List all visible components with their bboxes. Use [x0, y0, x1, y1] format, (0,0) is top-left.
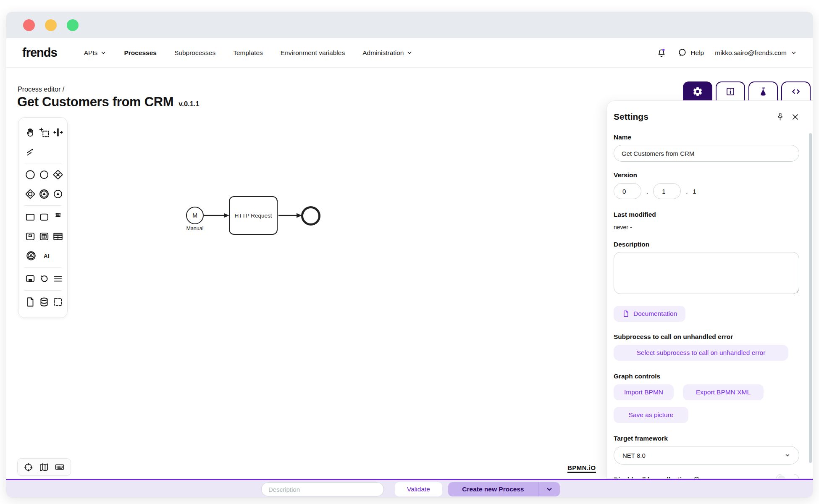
window-titlebar	[6, 12, 813, 38]
space-tool-icon[interactable]	[52, 126, 63, 139]
exclusive-gateway-icon[interactable]	[52, 168, 63, 181]
chevron-down-icon	[791, 50, 797, 56]
hand-tool-icon[interactable]	[25, 126, 36, 139]
start-event-label: Manual	[180, 226, 210, 231]
cutoff-setting-label: Disable all log collection	[614, 476, 690, 479]
app-window: frends APIs Processes Subprocesses Templ…	[6, 12, 813, 498]
file-icon[interactable]	[25, 296, 36, 308]
chat-bubble-icon	[677, 48, 687, 58]
http-request-task-node[interactable]: HTTP Request	[229, 196, 278, 235]
description-textarea[interactable]	[614, 252, 799, 294]
keyboard-shortcuts-icon[interactable]	[55, 462, 65, 472]
user-menu[interactable]: mikko.sairo@frends.com	[715, 49, 797, 57]
process-name-input[interactable]	[614, 145, 799, 162]
chevron-down-icon	[546, 486, 553, 493]
sequence-flow-arrow[interactable]	[278, 212, 303, 219]
flask-icon	[758, 87, 768, 97]
minimap-icon[interactable]	[39, 462, 49, 472]
version-label: Version	[614, 171, 799, 179]
version-patch: 1	[693, 188, 696, 195]
description-label: Description	[614, 241, 799, 248]
start-event-node[interactable]: M	[186, 207, 204, 224]
loop-icon[interactable]	[39, 273, 50, 285]
call-activity-icon[interactable]	[39, 211, 50, 223]
export-bpmn-button[interactable]: Export BPMN XML	[683, 384, 764, 400]
maximize-window-button[interactable]	[67, 19, 79, 31]
tab-info[interactable]	[716, 81, 745, 100]
frends-logo[interactable]: frends	[22, 46, 57, 60]
close-icon[interactable]	[791, 113, 799, 121]
ai-task-icon[interactable]: AI	[40, 249, 53, 262]
save-as-picture-button[interactable]: Save as picture	[614, 407, 688, 423]
documentation-button[interactable]: Documentation	[614, 306, 685, 322]
script-task-icon[interactable]	[25, 230, 36, 243]
bpmn-palette: AI	[18, 117, 68, 318]
start-event-icon[interactable]	[25, 168, 36, 181]
create-process-button-group: Create new Process	[448, 482, 560, 496]
panel-tabs	[683, 81, 811, 100]
page-title: Get Customers from CRM	[17, 94, 173, 110]
lasso-tool-icon[interactable]	[39, 126, 50, 139]
intermediate-signal-event-icon[interactable]	[39, 188, 50, 200]
tab-settings[interactable]	[683, 81, 712, 100]
graph-controls-label: Graph controls	[614, 373, 799, 380]
version-separator: .	[646, 188, 648, 195]
document-icon	[622, 310, 630, 318]
close-window-button[interactable]	[23, 19, 35, 31]
nav-item-subprocesses[interactable]: Subprocesses	[174, 49, 215, 57]
select-subprocess-button[interactable]: Select subprocess to call on unhandled e…	[614, 345, 788, 361]
nav-item-apis[interactable]: APIs	[84, 49, 107, 57]
canvas-controls	[17, 458, 71, 476]
minimize-window-button[interactable]	[45, 19, 57, 31]
validate-button[interactable]: Validate	[395, 482, 442, 496]
collapsed-subprocess-icon[interactable]	[25, 273, 36, 285]
cutoff-setting-toggle[interactable]	[776, 474, 799, 479]
sequence-flow-arrow[interactable]	[204, 212, 230, 219]
group-icon[interactable]	[52, 296, 63, 308]
chevron-down-icon	[100, 50, 106, 56]
decision-table-icon[interactable]	[52, 230, 63, 243]
nav-item-administration[interactable]: Administration	[362, 49, 412, 57]
last-modified-label: Last modified	[614, 211, 799, 218]
target-framework-label: Target framework	[614, 435, 799, 442]
inclusive-gateway-icon[interactable]	[25, 188, 36, 200]
footer-bar: Validate Create new Process	[6, 479, 813, 497]
page-version: v.0.1.1	[178, 100, 199, 108]
create-new-process-button[interactable]: Create new Process	[448, 482, 538, 496]
breadcrumb[interactable]: Process editor /	[18, 86, 64, 93]
bpmn-io-watermark[interactable]: BPMN.iO	[567, 464, 596, 473]
menu-lanes-icon[interactable]	[52, 273, 63, 285]
end-event-icon[interactable]	[39, 168, 50, 181]
trigger-event-icon[interactable]	[25, 249, 37, 262]
tab-code[interactable]	[781, 81, 811, 100]
settings-scrollbar[interactable]	[809, 133, 812, 463]
name-label: Name	[614, 134, 799, 141]
user-email: mikko.sairo@frends.com	[715, 49, 787, 57]
subprocess-on-error-label: Subprocess to call on unhandled error	[614, 333, 799, 341]
chevron-down-icon	[407, 50, 412, 56]
nav-item-processes[interactable]: Processes	[124, 49, 157, 57]
version-separator: .	[686, 188, 688, 195]
target-framework-select[interactable]: NET 8.0	[614, 446, 799, 465]
tab-test[interactable]	[748, 81, 778, 100]
gear-icon	[692, 86, 703, 97]
nav-item-templates[interactable]: Templates	[233, 49, 263, 57]
settings-panel-title: Settings	[614, 112, 648, 122]
pin-icon[interactable]	[776, 113, 785, 121]
help-button[interactable]: Help	[677, 48, 704, 58]
script-icon[interactable]	[52, 211, 63, 223]
create-process-dropdown-button[interactable]	[538, 482, 560, 496]
version-minor-input[interactable]	[653, 183, 681, 199]
decision-task-icon[interactable]	[39, 230, 50, 243]
version-description-input[interactable]	[261, 482, 384, 496]
version-major-input[interactable]	[614, 183, 641, 199]
notifications-bell-icon[interactable]	[656, 48, 667, 58]
end-event-node[interactable]	[301, 206, 320, 226]
database-icon[interactable]	[39, 296, 50, 308]
reset-viewport-icon[interactable]	[24, 462, 33, 472]
import-bpmn-button[interactable]: Import BPMN	[614, 384, 674, 400]
nav-item-environment-variables[interactable]: Environment variables	[281, 49, 345, 57]
global-connect-tool-icon[interactable]	[25, 145, 37, 158]
task-icon[interactable]	[25, 211, 36, 223]
signal-end-event-icon[interactable]	[52, 188, 63, 200]
